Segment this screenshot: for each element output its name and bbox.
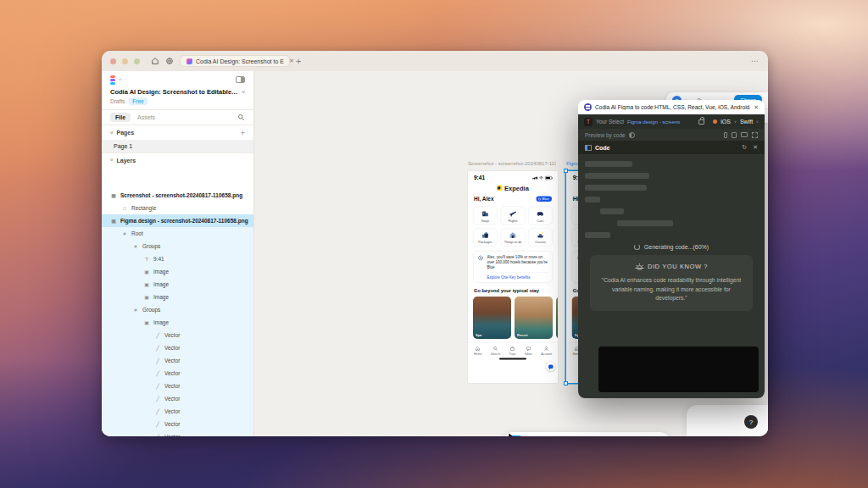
layer-row[interactable]: #Groups: [102, 303, 253, 316]
close-code-icon[interactable]: ✕: [753, 144, 758, 151]
layer-label: Vector: [164, 358, 180, 363]
layer-row[interactable]: □Rectangle: [102, 202, 253, 214]
main-menu-button[interactable]: ˅: [110, 75, 122, 85]
promo-link[interactable]: Explore One Key benefits: [487, 273, 549, 280]
tab-file[interactable]: File: [110, 113, 131, 122]
layer-row[interactable]: ╱Vector: [102, 367, 253, 380]
search-icon[interactable]: [237, 114, 245, 122]
minimize-window-button[interactable]: [122, 58, 128, 64]
theme-toggle-icon[interactable]: [629, 132, 635, 138]
preview-phone-icon[interactable]: [724, 132, 727, 138]
layer-row[interactable]: ▣Image: [102, 265, 253, 278]
category-cruises[interactable]: Cruises: [528, 228, 553, 247]
photo-card[interactable]: Spa: [473, 297, 511, 339]
promo-card[interactable]: Alex, you'll save 10% or more on over 10…: [473, 251, 553, 283]
cruises-icon: [537, 230, 545, 239]
title-chevron-icon[interactable]: ˅: [242, 90, 245, 95]
layers-chevron-icon[interactable]: ˅: [110, 158, 114, 163]
language-chevron-icon[interactable]: ˅: [756, 119, 759, 125]
layer-row[interactable]: ╱Vector: [102, 380, 253, 392]
frame-label-screenshot[interactable]: Screenshot - screenshot-20240817-11065..…: [468, 161, 556, 166]
nav-search[interactable]: Search: [491, 347, 500, 356]
layer-row[interactable]: T9:41: [102, 252, 253, 265]
layer-row[interactable]: ╱Vector: [102, 405, 253, 418]
spinner-icon: [634, 244, 640, 250]
selection-row: T Your Select Figma design - screenshot.…: [578, 114, 765, 129]
vector-layer-icon: ╱: [154, 396, 161, 402]
platform-chevron-icon[interactable]: ˅: [734, 119, 737, 125]
page-item[interactable]: Page 1: [102, 140, 253, 152]
frame-layer-icon: #: [132, 244, 139, 249]
document-tab[interactable]: Codia AI Design: Screenshot to E ✕: [180, 55, 290, 67]
close-window-button[interactable]: [110, 58, 116, 64]
category-stays[interactable]: Stays: [473, 207, 498, 225]
zoom-window-button[interactable]: [134, 58, 140, 64]
nav-account[interactable]: Account: [541, 347, 552, 356]
selection-link[interactable]: Figma design - screenshot...: [627, 119, 680, 125]
close-plugin-icon[interactable]: ✕: [754, 104, 759, 111]
chat-fab-button[interactable]: [546, 362, 555, 371]
selection-handle[interactable]: [564, 169, 568, 173]
category-things-to-do[interactable]: Things to do: [501, 228, 526, 247]
vector-layer-icon: ╱: [154, 345, 161, 351]
image-layer-icon: ▣: [143, 294, 150, 300]
community-icon[interactable]: [165, 57, 174, 65]
drafts-label[interactable]: Drafts: [110, 98, 125, 104]
nav-inbox[interactable]: Inbox: [525, 347, 532, 356]
preview-fullscreen-icon[interactable]: [752, 132, 758, 138]
codia-mark-icon: T: [584, 118, 593, 126]
platform-status-dot: [713, 119, 717, 124]
preview-desktop-icon[interactable]: [741, 132, 748, 137]
help-button[interactable]: ?: [744, 415, 758, 429]
nav-home[interactable]: Home: [474, 347, 481, 356]
tier-badge[interactable]: Blue: [536, 197, 552, 202]
new-tab-button[interactable]: +: [296, 57, 301, 66]
frame-layer-icon: #: [132, 308, 139, 313]
language-select[interactable]: Swift: [740, 119, 753, 125]
trips-icon: [510, 347, 515, 352]
layer-row[interactable]: ╱Vector: [102, 430, 253, 436]
layer-row[interactable]: ╱Vector: [102, 354, 253, 367]
selection-handle[interactable]: [564, 381, 568, 385]
preview-row: Preview by code: [578, 129, 765, 141]
nav-trips[interactable]: Trips: [509, 347, 516, 356]
screenshot-frame[interactable]: 9:41 Expedia Hi, Alex Blue Stays Flights: [468, 171, 558, 383]
photo-card[interactable]: Resort: [515, 297, 553, 339]
layer-row[interactable]: ▣Image: [102, 316, 253, 329]
category-cars[interactable]: Cars: [528, 207, 553, 225]
close-tab-icon[interactable]: ✕: [289, 58, 294, 64]
expedia-logo: Expedia: [468, 185, 558, 192]
layer-row[interactable]: ╱Vector: [102, 418, 253, 430]
window-more-icon[interactable]: ⋯: [751, 57, 760, 65]
toggle-panel-icon[interactable]: [236, 76, 245, 83]
pages-chevron-icon[interactable]: ˅: [110, 130, 114, 136]
layer-row[interactable]: #Root: [102, 227, 253, 240]
free-badge: Free: [129, 97, 147, 105]
vector-layer-icon: ╱: [154, 421, 161, 427]
layer-label: Rectangle: [131, 205, 156, 211]
layer-row[interactable]: ▣Screenshot - screenshot-20240817-110658…: [102, 189, 253, 202]
home-tab-icon[interactable]: [151, 57, 159, 65]
layer-row[interactable]: ▣Image: [102, 278, 253, 291]
platform-select[interactable]: iOS: [721, 119, 731, 125]
tab-assets[interactable]: Assets: [137, 114, 155, 120]
add-page-button[interactable]: +: [241, 129, 245, 137]
layer-row[interactable]: ▣Figma design - screenshot-20240817-1106…: [102, 214, 253, 227]
photo-card[interactable]: Cabin: [556, 297, 558, 339]
layer-row[interactable]: ╱Vector: [102, 329, 253, 341]
layer-row[interactable]: #Groups: [102, 240, 253, 252]
category-flights[interactable]: Flights: [501, 207, 526, 225]
category-packages[interactable]: Packages: [473, 228, 498, 247]
preview-tablet-icon[interactable]: [732, 132, 737, 138]
layer-row[interactable]: ╱Vector: [102, 341, 253, 354]
lock-icon[interactable]: [698, 119, 704, 125]
refresh-code-icon[interactable]: ↻: [742, 144, 747, 151]
layer-row[interactable]: ▣Image: [102, 291, 253, 303]
vector-layer-icon: ╱: [154, 434, 161, 436]
code-tab-label[interactable]: Code: [595, 145, 610, 151]
chat-bubble-icon: [548, 364, 554, 369]
figma-logo-icon: [110, 75, 115, 85]
layer-label: Image: [153, 269, 169, 274]
layer-row[interactable]: ╱Vector: [102, 392, 253, 405]
document-title[interactable]: Codia AI Design: Screenshot to Editable …: [110, 88, 239, 96]
